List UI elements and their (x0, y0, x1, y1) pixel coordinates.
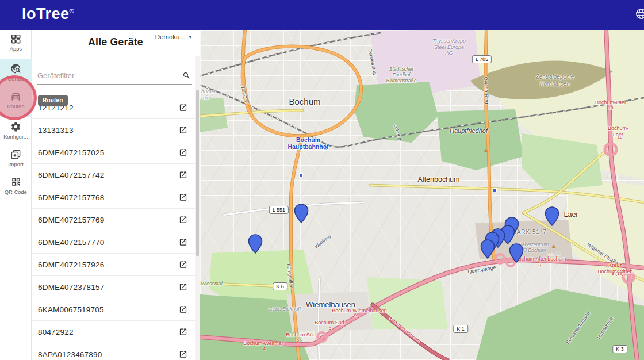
page-title: Alle Geräte (32, 36, 200, 48)
sidebar-item-routen[interactable]: Routen (0, 91, 32, 109)
qr-code-icon (0, 177, 32, 188)
apps-grid-icon (0, 33, 32, 45)
open-in-new-icon[interactable] (179, 126, 187, 135)
device-id: 6DME4072157742 (38, 171, 104, 179)
peak-icon (551, 244, 556, 248)
open-in-new-icon[interactable] (179, 328, 187, 336)
device-row[interactable]: 6DME4072157768 (32, 186, 196, 209)
station-icon (493, 188, 497, 192)
registered-mark: ® (70, 7, 75, 14)
open-in-new-icon[interactable] (179, 305, 187, 314)
map-marker[interactable] (294, 204, 309, 223)
sidebar-item-label: Routen (0, 104, 32, 109)
device-id: 6DME4072157769 (38, 216, 104, 224)
scrollbar-thumb[interactable] (196, 90, 199, 256)
sidebar-item-label: Apps (0, 46, 32, 52)
device-row[interactable]: 8APA0123467890 (32, 343, 196, 360)
map-marker[interactable] (480, 239, 495, 259)
device-filter (37, 69, 192, 85)
open-in-new-icon[interactable] (179, 238, 187, 247)
map-base-layer (200, 30, 644, 360)
app-logo: IoTree® (22, 5, 74, 23)
open-in-new-icon[interactable] (179, 261, 187, 269)
open-in-new-icon[interactable] (179, 171, 187, 179)
device-row[interactable]: 13131313 (32, 119, 196, 141)
station-icon (323, 147, 327, 151)
list-scrollbar[interactable] (195, 56, 200, 360)
open-in-new-icon[interactable] (179, 283, 187, 292)
map-marker[interactable] (509, 243, 524, 263)
device-row[interactable]: 80472922 (32, 321, 196, 343)
sidebar-item-apps[interactable]: Apps (0, 33, 32, 52)
sidebar-item-label: Import (0, 162, 32, 167)
device-id: 6DME4072157926 (38, 261, 104, 269)
car-icon (0, 91, 32, 102)
peak-icon (484, 148, 488, 152)
device-panel: Demoku...▼ Alle Geräte 12121212131313136… (32, 30, 200, 360)
open-in-new-icon[interactable] (179, 148, 187, 157)
open-in-new-icon[interactable] (179, 104, 187, 112)
device-row[interactable]: 6KAM0067519705 (32, 298, 196, 321)
sidebar-item-qrcode[interactable]: QR Code (0, 177, 32, 195)
device-id: 80472922 (38, 328, 74, 336)
device-row[interactable]: 6DME4072157770 (32, 231, 196, 254)
device-id: 13131313 (38, 126, 74, 135)
sidebar-item-geraete[interactable]: Geräte (0, 63, 32, 82)
app-header: IoTree® (0, 0, 644, 30)
station-icon (299, 173, 303, 177)
open-in-new-icon[interactable] (179, 216, 187, 224)
sidebar-item-import[interactable]: Import (0, 149, 32, 167)
sidebar-item-label: QR Code (0, 189, 32, 195)
sidebar-item-konfiguration[interactable]: Konfigur... (0, 121, 32, 140)
device-id: 6DME4072157770 (38, 238, 104, 247)
map-marker[interactable] (545, 206, 559, 226)
device-filter-input[interactable] (37, 69, 192, 85)
sidebar-item-label: Konfigur... (0, 134, 32, 140)
device-id: 6DME4072157025 (38, 148, 104, 157)
device-id: 8APA0123467890 (38, 350, 102, 359)
open-in-new-icon[interactable] (179, 350, 187, 359)
device-search-icon (0, 63, 32, 75)
map-marker[interactable] (248, 234, 263, 254)
device-row[interactable]: 6DME4072157742 (32, 164, 196, 186)
device-row[interactable]: 6DME4072157025 (32, 141, 196, 164)
sidebar-item-label: Geräte (0, 76, 32, 82)
header-divider (0, 56, 200, 56)
iotree-app: IoTree® AppsGeräteRoutenKonfigur...Impor… (0, 0, 644, 360)
import-icon (0, 149, 32, 160)
device-row[interactable]: 6DME4072157769 (32, 209, 196, 231)
device-id: 6KAM0067519705 (38, 305, 104, 314)
language-globe-icon[interactable] (635, 7, 644, 20)
device-list: 12121212131313136DME40721570256DME407215… (32, 97, 196, 360)
map-canvas[interactable]: BochumBochum HauptbahnhofHauptfriedhofAl… (200, 30, 644, 360)
device-id: 6DME4072157768 (38, 193, 104, 202)
routen-tooltip: Routen (38, 95, 68, 106)
gear-icon (0, 121, 32, 133)
search-icon (182, 71, 191, 80)
device-row[interactable]: 6DME4072157926 (32, 254, 196, 276)
device-id: 6DME4072378157 (38, 283, 104, 292)
sidebar-nav: AppsGeräteRoutenKonfigur...ImportQR Code (0, 30, 32, 360)
device-row[interactable]: 6DME4072378157 (32, 276, 196, 298)
open-in-new-icon[interactable] (179, 193, 187, 202)
